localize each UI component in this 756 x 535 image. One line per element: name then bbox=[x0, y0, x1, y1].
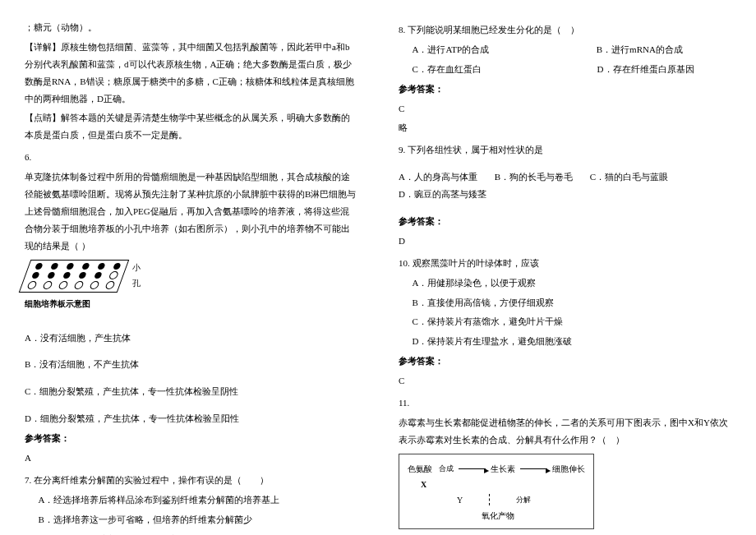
detail-text: 【详解】原核生物包括细菌、蓝藻等，其中细菌又包括乳酸菌等，因此若甲中a和b分别代… bbox=[25, 39, 357, 108]
q7-option-b: B．选择培养这一步可省略，但培养的纤维素分解菌少 bbox=[25, 511, 357, 528]
q8-answer-label: 参考答案： bbox=[399, 81, 731, 98]
culture-plate-caption: 细胞培养板示意图 bbox=[25, 296, 148, 311]
question-11-body: 赤霉素与生长素都能促进植物茎的伸长，二者的关系可用下图表示，图中X和Y依次表示赤… bbox=[399, 414, 731, 449]
question-9: 9. 下列各组性状，属于相对性状的是 bbox=[399, 141, 731, 159]
q8-option-d: D．存在纤维蛋白原基因 bbox=[597, 61, 694, 78]
q10-answer-label: 参考答案： bbox=[399, 353, 731, 370]
right-column: 8. 下列能说明某细胞已经发生分化的是（ ） A．进行ATP的合成 B．进行mR… bbox=[399, 16, 731, 535]
q6-answer-label: 参考答案： bbox=[25, 430, 357, 447]
arrow-icon bbox=[520, 468, 547, 469]
q8-note: 略 bbox=[399, 119, 731, 136]
flow-decompose-label: 分解 bbox=[514, 493, 532, 507]
q10-option-a: A．用健那绿染色，以便于观察 bbox=[399, 274, 731, 292]
q10-option-c: C．保持装片有蒸馏水，避免叶片干燥 bbox=[399, 313, 731, 330]
q6-option-a: A．没有活细胞，产生抗体 bbox=[25, 330, 357, 347]
question-6-body: 单克隆抗体制备过程中所用的骨髓瘤细胞是一种基因缺陷型细胞，其合成核酸的途径能被氨… bbox=[25, 168, 357, 254]
point-text: 【点睛】解答本题的关键是弄清楚生物学中某些概念的从属关系，明确大多数酶的本质是蛋… bbox=[25, 109, 357, 144]
gibberellin-flow-diagram: 色氨酸 合成 生长素 细胞伸长 X Y 分解 氧化产物 bbox=[399, 454, 594, 529]
dashed-line-icon bbox=[489, 494, 490, 505]
q6-option-d: D．细胞分裂繁殖，产生抗体，专一性抗体检验呈阳性 bbox=[25, 410, 357, 427]
flow-cell-elongation: 细胞伸长 bbox=[551, 461, 587, 477]
q10-answer: C bbox=[399, 372, 731, 390]
q8-answer: C bbox=[399, 100, 731, 118]
question-11-number: 11. bbox=[399, 394, 731, 412]
q10-option-b: B．直接使用高倍镜，方便仔细观察 bbox=[399, 294, 731, 311]
q9-option-c: C．猫的白毛与蓝眼 bbox=[590, 168, 668, 186]
q9-answer-label: 参考答案： bbox=[399, 213, 731, 230]
flow-x-label: X bbox=[421, 477, 426, 492]
q9-answer: D bbox=[399, 233, 731, 250]
q7-option-c: C．经稀释涂布培养后，用刚果红染色 bbox=[25, 531, 357, 535]
flow-tryptophan: 色氨酸 bbox=[406, 461, 434, 477]
q8-option-a: A．进行ATP的合成 bbox=[413, 41, 490, 58]
flow-synthesis-label: 合成 bbox=[437, 462, 455, 476]
flow-oxidation-product: 氧化产物 bbox=[480, 508, 516, 523]
culture-plate-side-label: 小孔 bbox=[132, 260, 148, 291]
question-6-number: 6. bbox=[25, 149, 357, 166]
flow-y-label: Y bbox=[455, 492, 464, 508]
q6-option-c: C．细胞分裂繁殖，产生抗体，专一性抗体检验呈阴性 bbox=[25, 383, 357, 400]
flow-auxin: 生长素 bbox=[489, 461, 517, 477]
q6-option-b: B．没有活细胞，不产生抗体 bbox=[25, 356, 357, 373]
q7-option-a: A．经选择培养后将样品涂布到鉴别纤维素分解菌的培养基上 bbox=[25, 491, 357, 509]
q9-option-b: B．狗的长毛与卷毛 bbox=[495, 168, 573, 186]
q10-option-d: D．保持装片有生理盐水，避免细胞涨破 bbox=[399, 333, 731, 350]
culture-plate-diagram: 小孔 细胞培养板示意图 bbox=[25, 260, 148, 317]
left-column: ；糖元（动物）。 【详解】原核生物包括细菌、蓝藻等，其中细菌又包括乳酸菌等，因此… bbox=[25, 16, 357, 535]
q6-answer: A bbox=[25, 450, 357, 467]
q8-option-c: C．存在血红蛋白 bbox=[413, 61, 482, 78]
question-8: 8. 下列能说明某细胞已经发生分化的是（ ） bbox=[399, 21, 731, 39]
q9-option-a: A．人的身高与体重 bbox=[399, 168, 477, 186]
frag-text: ；糖元（动物）。 bbox=[25, 19, 357, 36]
q8-option-b: B．进行mRNA的合成 bbox=[597, 41, 683, 58]
question-10: 10. 观察黑藻叶片的叶绿体时，应该 bbox=[399, 255, 731, 272]
question-7: 7. 在分离纤维素分解菌的实验过程中，操作有误的是（ ） bbox=[25, 472, 357, 489]
q9-option-d: D．豌豆的高茎与矮茎 bbox=[399, 186, 486, 203]
arrow-icon bbox=[459, 468, 486, 469]
